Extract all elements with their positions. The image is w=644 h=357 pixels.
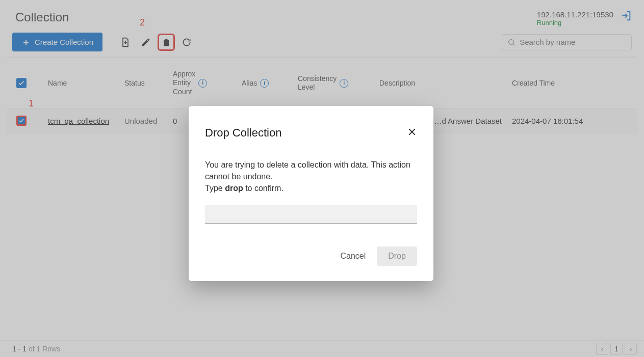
modal-body: You are trying to delete a collection wi… bbox=[205, 159, 417, 195]
drop-collection-modal: Drop Collection You are trying to delete… bbox=[189, 106, 433, 281]
cancel-button[interactable]: Cancel bbox=[337, 246, 370, 266]
close-icon[interactable] bbox=[407, 127, 417, 139]
confirm-input[interactable] bbox=[205, 205, 417, 224]
modal-title: Drop Collection bbox=[205, 126, 281, 140]
drop-button[interactable]: Drop bbox=[377, 246, 417, 266]
